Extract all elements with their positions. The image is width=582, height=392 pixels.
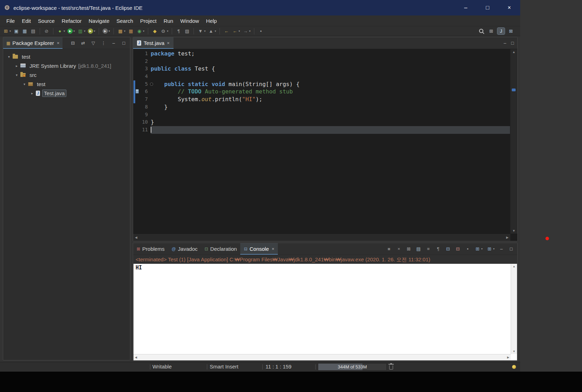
menu-file[interactable]: File	[3, 18, 18, 24]
console-vertical-scrollbar[interactable]: ▲ ▼	[511, 264, 517, 354]
tab-javadoc[interactable]: @Javadoc	[168, 243, 201, 255]
editor-vertical-scrollbar[interactable]: ▲ ▼	[510, 49, 517, 234]
menu-search[interactable]: Search	[113, 18, 137, 24]
coverage-button[interactable]: ▥▾	[77, 28, 86, 34]
profile-button[interactable]: ▶▾	[87, 28, 96, 34]
code-line-3[interactable]: 3public class Test {	[133, 65, 510, 73]
menu-navigate[interactable]: Navigate	[85, 18, 113, 24]
forward-button[interactable]: →▾	[242, 28, 251, 34]
titlebar-close-button[interactable]: ×	[498, 0, 520, 15]
new-button[interactable]: ⊞▾	[2, 28, 12, 34]
scroll-up-icon[interactable]: ▲	[513, 265, 516, 268]
titlebar-maximize-button[interactable]: □	[477, 0, 498, 15]
tree-item-project-test[interactable]: ▾test	[3, 52, 130, 61]
collapse-all-button[interactable]: ⊟	[69, 40, 77, 46]
display-selected-console-button[interactable]: ⊞▾	[474, 246, 483, 252]
notification-icon[interactable]	[512, 365, 516, 369]
scroll-lock-button[interactable]: ≡	[425, 246, 432, 252]
menu-help[interactable]: Help	[203, 18, 221, 24]
code-line-4[interactable]: 4	[133, 73, 510, 80]
maximize-view-button[interactable]: □	[508, 246, 515, 252]
menu-refactor[interactable]: Refactor	[58, 18, 85, 24]
save-button[interactable]: ▣	[13, 28, 20, 34]
tab-problems[interactable]: ⊠Problems	[133, 243, 168, 255]
open-perspective-button[interactable]: ⊞	[488, 28, 495, 34]
scroll-down-icon[interactable]: ▼	[512, 229, 516, 233]
close-icon[interactable]: ×	[167, 40, 170, 46]
code-line-6[interactable]: 6 // TODO Auto-generated method stub	[133, 88, 510, 96]
code-line-2[interactable]: 2	[133, 58, 510, 65]
new-class-button[interactable]: ◉▾	[136, 28, 145, 34]
code-line-11[interactable]: 11	[133, 126, 510, 134]
minimize-view-button[interactable]: –	[498, 246, 505, 252]
print-button[interactable]: ▤	[30, 28, 37, 34]
tree-item-jre-system-library[interactable]: ▸JRE System Library[jdk1.8.0_241]	[3, 61, 130, 70]
scroll-up-icon[interactable]: ▲	[512, 50, 516, 54]
new-java-project-button[interactable]: ▩▾	[117, 28, 126, 34]
code-line-9[interactable]: 9	[133, 111, 510, 119]
open-type-button[interactable]: ◆	[151, 28, 158, 34]
clear-console-button[interactable]: ▤	[415, 246, 422, 252]
editor-horizontal-scrollbar[interactable]: ◀ ▶	[133, 234, 510, 241]
show-stderr-button[interactable]: ⊟	[454, 246, 462, 252]
debug-perspective-button[interactable]: ⊠	[507, 28, 515, 34]
scroll-left-icon[interactable]: ◀	[135, 236, 137, 239]
previous-annotation-button[interactable]: ▲▾	[207, 28, 217, 34]
save-all-button[interactable]: ▦	[21, 28, 28, 34]
console-output-area[interactable]: HI ▲ ▼ ◀ ▶	[133, 264, 517, 360]
scroll-right-icon[interactable]: ▶	[506, 236, 509, 239]
external-tools-button[interactable]: ▶▾	[102, 28, 111, 34]
next-annotation-button[interactable]: ▼▾	[197, 28, 206, 34]
code-line-5[interactable]: 5 public static void main(String[] args)…	[133, 80, 510, 88]
titlebar-minimize-button[interactable]: –	[455, 0, 477, 15]
terminate-button[interactable]: ■	[385, 246, 393, 252]
open-console-button[interactable]: ⊞▾	[486, 246, 495, 252]
tree-item-file-test-java[interactable]: ▸JTest.java	[3, 89, 130, 98]
back-button[interactable]: ←▾	[231, 28, 241, 34]
view-menu-button[interactable]: ⋮	[100, 40, 107, 46]
maximize-editor-button[interactable]: □	[511, 40, 514, 46]
remove-all-launches-button[interactable]: ⊠	[405, 246, 412, 252]
menu-edit[interactable]: Edit	[18, 18, 34, 24]
expand-arrow-icon[interactable]: ▸	[14, 64, 20, 68]
menu-run[interactable]: Run	[160, 18, 177, 24]
search-button[interactable]: ⊙▾	[159, 28, 169, 34]
tab-console[interactable]: ⊟Console×	[240, 243, 278, 255]
tree-item-src-folder[interactable]: ▾src	[3, 70, 130, 79]
collapse-arrow-icon[interactable]: ▾	[6, 55, 12, 59]
show-whitespace-button[interactable]: ¶	[175, 28, 182, 34]
console-horizontal-scrollbar[interactable]: ◀ ▶	[133, 354, 511, 360]
tab-declaration[interactable]: ⊡Declaration	[201, 243, 240, 255]
java-perspective-button[interactable]: J	[497, 28, 505, 34]
quick-access-search-button[interactable]	[478, 28, 485, 34]
minimize-editor-button[interactable]: –	[504, 40, 506, 46]
menu-window[interactable]: Window	[177, 18, 202, 24]
collapse-arrow-icon[interactable]: ▾	[21, 82, 27, 86]
mark-occurrences-button[interactable]: ▨	[183, 28, 191, 34]
expand-arrow-icon[interactable]: ▸	[29, 91, 35, 95]
last-edit-location-button[interactable]: ←	[223, 28, 230, 34]
scroll-left-icon[interactable]: ◀	[135, 356, 137, 359]
menu-source[interactable]: Source	[34, 18, 58, 24]
pin-console-button[interactable]: ▪	[464, 246, 471, 252]
scroll-down-icon[interactable]: ▼	[513, 350, 516, 353]
link-with-editor-button[interactable]: ⇄	[79, 40, 87, 46]
code-line-7[interactable]: 7 System.out.println("HI");	[133, 96, 510, 103]
code-line-1[interactable]: 1package test;	[133, 50, 510, 58]
tab-package-explorer[interactable]: ▦ Package Explorer ×	[3, 37, 63, 49]
debug-button[interactable]: ●▾	[56, 28, 66, 34]
menu-project[interactable]: Project	[137, 18, 160, 24]
close-icon[interactable]: ×	[272, 246, 275, 251]
run-button[interactable]: ▶▾	[67, 28, 76, 34]
collapse-arrow-icon[interactable]: ▾	[14, 73, 20, 77]
skip-breakpoints-button[interactable]: ⊘	[43, 28, 50, 34]
code-line-10[interactable]: 10}	[133, 118, 510, 126]
minimize-view-button[interactable]: –	[110, 40, 117, 46]
word-wrap-button[interactable]: ¶	[434, 246, 442, 252]
scroll-right-icon[interactable]: ▶	[507, 356, 509, 359]
pin-editor-button[interactable]: ▪	[257, 28, 264, 34]
code-line-8[interactable]: 8 }	[133, 103, 510, 111]
new-package-button[interactable]: ▦	[127, 28, 135, 34]
maximize-view-button[interactable]: □	[120, 40, 127, 46]
remove-launch-button[interactable]: ×	[395, 246, 403, 252]
